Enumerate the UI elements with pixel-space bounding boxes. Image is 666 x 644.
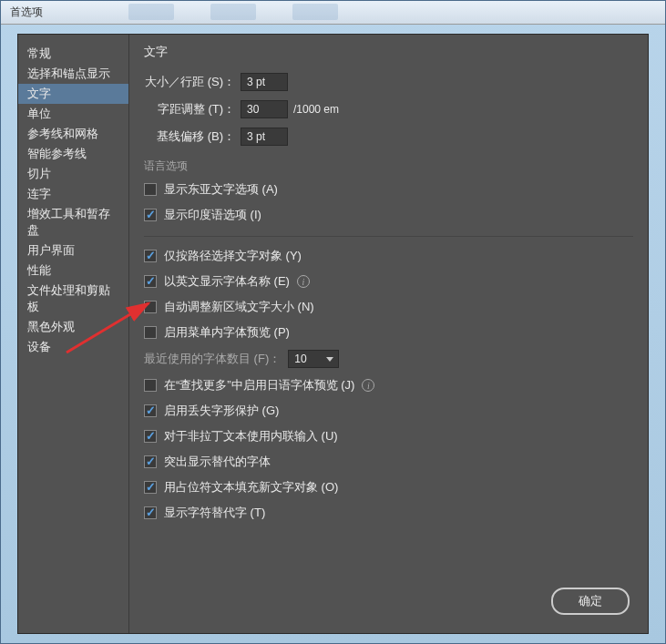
sidebar-item[interactable]: 用户界面 (18, 240, 128, 261)
content-area: 常规选择和锚点显示文字单位参考线和网格智能参考线切片连字增效工具和暂存盘用户界面… (17, 34, 649, 634)
sidebar-item[interactable]: 黑色外观 (18, 317, 128, 337)
text-option-label[interactable]: 对于非拉丁文本使用内联输入 (U) (164, 428, 338, 445)
window-title: 首选项 (10, 5, 43, 18)
text-option-label[interactable]: 突出显示替代的字体 (164, 454, 271, 470)
text-option-label[interactable]: 自动调整新区域文字大小 (N) (164, 299, 314, 315)
text-option-row: 在“查找更多”中启用日语字体预览 (J)i (144, 377, 633, 394)
language-options-title: 语言选项 (144, 158, 633, 174)
preferences-window: 首选项 常规选择和锚点显示文字单位参考线和网格智能参考线切片连字增效工具和暂存盘… (0, 0, 666, 644)
text-option-label[interactable]: 以英文显示字体名称 (E) (164, 273, 290, 290)
info-icon[interactable]: i (362, 379, 374, 392)
text-option-row: 以英文显示字体名称 (E)i (144, 273, 633, 290)
lang-option-row: 显示东亚文字选项 (A) (144, 181, 633, 198)
text-option-checkbox[interactable] (144, 275, 157, 288)
text-option-row: 突出显示替代的字体 (144, 454, 633, 470)
text-option-checkbox[interactable] (144, 506, 157, 519)
sidebar-item[interactable]: 性能 (18, 261, 128, 281)
text-option-label[interactable]: 启用丢失字形保护 (G) (164, 403, 279, 419)
tracking-unit: /1000 em (293, 103, 339, 116)
text-option-label[interactable]: 启用菜单内字体预览 (P) (164, 324, 290, 341)
sidebar-item[interactable]: 常规 (18, 44, 128, 64)
text-option-checkbox[interactable] (144, 326, 157, 339)
baseline-label: 基线偏移 (B)： (144, 128, 235, 145)
text-option-label[interactable]: 显示字符替代字 (T) (164, 505, 265, 521)
lang-option-label[interactable]: 显示东亚文字选项 (A) (164, 181, 278, 198)
text-option-row: 对于非拉丁文本使用内联输入 (U) (144, 428, 633, 445)
sidebar-item[interactable]: 增效工具和暂存盘 (18, 204, 128, 240)
sidebar-item[interactable]: 选择和锚点显示 (18, 64, 128, 84)
text-option-label[interactable]: 仅按路径选择文字对象 (Y) (164, 248, 302, 264)
lang-option-checkbox[interactable] (144, 183, 157, 196)
text-option-checkbox[interactable] (144, 430, 157, 443)
ok-button[interactable]: 确定 (551, 588, 630, 615)
text-option-row: 用占位符文本填充新文字对象 (O) (144, 479, 633, 496)
text-option-checkbox[interactable] (144, 379, 157, 392)
recent-fonts-label: 最近使用的字体数目 (F)： (144, 351, 281, 367)
size-leading-input[interactable] (241, 73, 288, 91)
text-option-checkbox[interactable] (144, 301, 157, 313)
sidebar-item[interactable]: 文字 (18, 84, 128, 104)
tracking-input[interactable] (241, 100, 288, 118)
sidebar: 常规选择和锚点显示文字单位参考线和网格智能参考线切片连字增效工具和暂存盘用户界面… (18, 35, 129, 633)
sidebar-item[interactable]: 设备 (18, 337, 128, 357)
recent-fonts-select[interactable]: 10 (288, 350, 339, 368)
sidebar-item[interactable]: 单位 (18, 104, 128, 124)
text-option-label[interactable]: 在“查找更多”中启用日语字体预览 (J) (164, 377, 354, 394)
lang-option-checkbox[interactable] (144, 209, 157, 221)
text-option-checkbox[interactable] (144, 250, 157, 262)
text-option-row: 启用丢失字形保护 (G) (144, 403, 633, 419)
text-option-label[interactable]: 用占位符文本填充新文字对象 (O) (164, 479, 338, 496)
sidebar-item[interactable]: 智能参考线 (18, 144, 128, 164)
text-option-row: 仅按路径选择文字对象 (Y) (144, 248, 633, 264)
sidebar-item[interactable]: 文件处理和剪贴板 (18, 281, 128, 317)
text-option-checkbox[interactable] (144, 481, 157, 494)
text-option-checkbox[interactable] (144, 455, 157, 468)
text-option-checkbox[interactable] (144, 404, 157, 417)
panel-title: 文字 (144, 44, 633, 60)
sidebar-item[interactable]: 切片 (18, 164, 128, 184)
info-icon[interactable]: i (297, 275, 310, 288)
size-leading-label: 大小／行距 (S)： (144, 74, 235, 90)
text-option-row: 显示字符替代字 (T) (144, 505, 633, 521)
sidebar-item[interactable]: 参考线和网格 (18, 124, 128, 144)
baseline-input[interactable] (241, 128, 288, 146)
sidebar-item[interactable]: 连字 (18, 184, 128, 204)
lang-option-label[interactable]: 显示印度语选项 (I) (164, 207, 261, 223)
text-option-row: 自动调整新区域文字大小 (N) (144, 299, 633, 315)
text-option-row: 启用菜单内字体预览 (P) (144, 324, 633, 341)
tracking-label: 字距调整 (T)： (144, 101, 235, 118)
main-panel: 文字 大小／行距 (S)： 字距调整 (T)： /1000 em 基线偏移 (B… (129, 35, 648, 633)
lang-option-row: 显示印度语选项 (I) (144, 207, 633, 223)
